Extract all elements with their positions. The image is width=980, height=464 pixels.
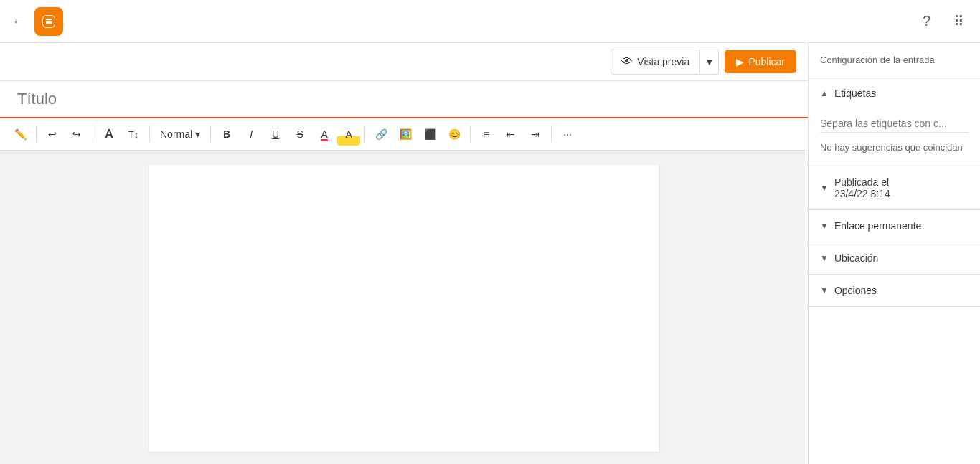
permalink-section: ▼ Enlace permanente xyxy=(809,210,980,242)
options-section: ▼ Opciones xyxy=(809,275,980,307)
editor-page[interactable] xyxy=(149,165,659,452)
chevron-down-icon: ▼ xyxy=(820,183,829,193)
location-title: Ubicación xyxy=(834,252,878,264)
permalink-title: Enlace permanente xyxy=(834,220,921,232)
published-section: ▼ Publicada el 23/4/22 8:14 xyxy=(809,166,980,210)
publish-play-icon: ▶ xyxy=(736,56,744,67)
eye-icon: 👁 xyxy=(621,55,633,68)
top-nav: ← ? ⠿ xyxy=(0,0,980,43)
undo-button[interactable]: ↩ xyxy=(41,123,64,146)
location-section-header[interactable]: ▼ Ubicación xyxy=(809,242,980,274)
separator-2 xyxy=(93,126,93,143)
chevron-down-2-icon: ▼ xyxy=(820,221,829,231)
title-bar xyxy=(0,81,808,118)
format-chevron-icon: ▾ xyxy=(195,128,200,140)
labels-section-header[interactable]: ▲ Etiquetas xyxy=(809,77,980,109)
permalink-section-header[interactable]: ▼ Enlace permanente xyxy=(809,210,980,242)
sidebar: Configuración de la entrada ▲ Etiquetas … xyxy=(808,43,980,464)
apps-icon[interactable]: ⠿ xyxy=(949,9,969,34)
labels-title: Etiquetas xyxy=(834,87,876,99)
published-title: Publicada el xyxy=(834,176,890,188)
italic-button[interactable]: I xyxy=(240,123,263,146)
published-info: Publicada el 23/4/22 8:14 xyxy=(834,176,890,199)
blogger-icon xyxy=(40,13,57,30)
text-color-button[interactable]: A xyxy=(313,123,336,146)
labels-section: ▲ Etiquetas No hay sugerencias que coinc… xyxy=(809,77,980,166)
title-input[interactable] xyxy=(17,90,791,108)
action-bar: 👁 Vista previa ▼ ▶ Publicar xyxy=(0,43,808,81)
more-options-button[interactable]: ··· xyxy=(556,123,579,146)
separator-7 xyxy=(551,126,552,143)
preview-label: Vista previa xyxy=(637,56,689,67)
no-suggestions-text: No hay sugerencias que coincidan xyxy=(820,141,969,154)
link-button[interactable]: 🔗 xyxy=(369,123,392,146)
labels-content: No hay sugerencias que coincidan xyxy=(809,109,980,166)
font-button[interactable]: A xyxy=(98,123,121,146)
format-label: Normal xyxy=(160,128,192,140)
sidebar-config-header: Configuración de la entrada xyxy=(809,43,980,77)
publish-button[interactable]: ▶ Publicar xyxy=(725,50,796,73)
separator-5 xyxy=(364,126,365,143)
chevron-down-icon: ▼ xyxy=(705,57,714,67)
top-nav-right: ? ⠿ xyxy=(918,9,969,34)
top-nav-left: ← xyxy=(11,7,63,36)
editor-area: 👁 Vista previa ▼ ▶ Publicar ✏️ ↩ ↪ A xyxy=(0,43,808,464)
separator-3 xyxy=(149,126,150,143)
font-size-button[interactable]: T↕ xyxy=(122,123,145,146)
pencil-button[interactable]: ✏️ xyxy=(9,123,32,146)
format-dropdown[interactable]: Normal ▾ xyxy=(154,126,206,143)
strikethrough-button[interactable]: S xyxy=(288,123,311,146)
location-section: ▼ Ubicación xyxy=(809,242,980,275)
redo-button[interactable]: ↪ xyxy=(65,123,88,146)
content-editor[interactable] xyxy=(0,151,808,464)
labels-input[interactable] xyxy=(820,115,969,133)
chevron-down-4-icon: ▼ xyxy=(820,285,829,295)
publish-label: Publicar xyxy=(748,56,785,67)
published-section-header[interactable]: ▼ Publicada el 23/4/22 8:14 xyxy=(809,166,980,209)
main-layout: 👁 Vista previa ▼ ▶ Publicar ✏️ ↩ ↪ A xyxy=(0,43,980,464)
indent-left-button[interactable]: ⇤ xyxy=(499,123,522,146)
preview-dropdown-button[interactable]: ▼ xyxy=(700,49,719,75)
separator-1 xyxy=(36,126,37,143)
separator-4 xyxy=(210,126,211,143)
preview-button[interactable]: 👁 Vista previa xyxy=(611,49,700,75)
separator-6 xyxy=(470,126,471,143)
chevron-up-icon: ▲ xyxy=(820,88,829,98)
image-button[interactable]: 🖼️ xyxy=(394,123,417,146)
more-image-button[interactable]: ⬛ xyxy=(418,123,441,146)
back-button[interactable]: ← xyxy=(11,13,26,29)
options-section-header[interactable]: ▼ Opciones xyxy=(809,275,980,306)
underline-button[interactable]: U xyxy=(264,123,287,146)
chevron-down-3-icon: ▼ xyxy=(820,253,829,263)
options-title: Opciones xyxy=(834,285,877,296)
preview-button-group: 👁 Vista previa ▼ xyxy=(611,49,719,75)
highlight-button[interactable]: A xyxy=(337,123,360,146)
toolbar: ✏️ ↩ ↪ A T↕ Normal ▾ B I U S A A 🔗 🖼️ ⬛ … xyxy=(0,118,808,151)
bold-button[interactable]: B xyxy=(215,123,238,146)
published-datetime: 23/4/22 8:14 xyxy=(834,188,890,199)
blogger-logo[interactable] xyxy=(34,7,63,36)
align-button[interactable]: ≡ xyxy=(475,123,498,146)
help-icon[interactable]: ? xyxy=(918,9,935,34)
indent-right-button[interactable]: ⇥ xyxy=(524,123,547,146)
emoji-button[interactable]: 😊 xyxy=(443,123,466,146)
